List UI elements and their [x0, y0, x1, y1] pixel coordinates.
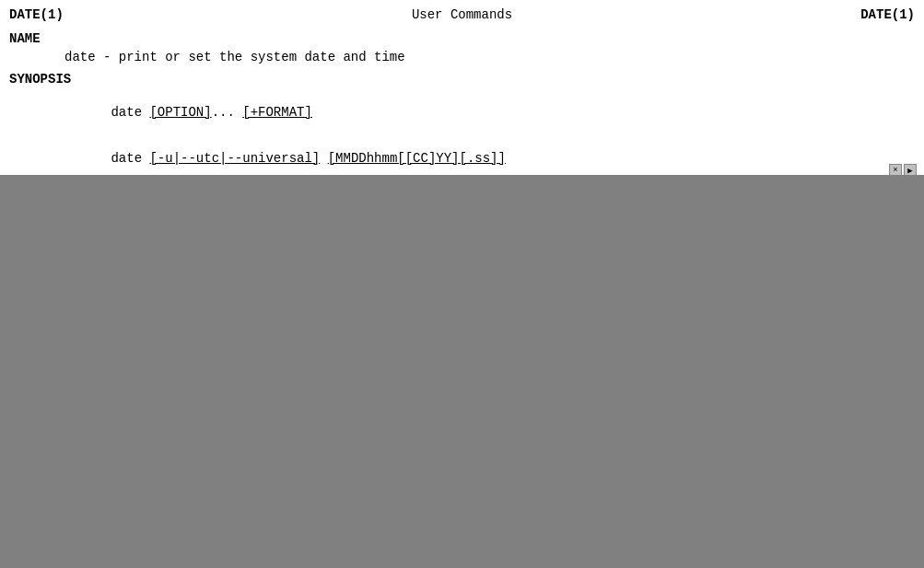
- synopsis-heading: SYNOPSIS: [9, 72, 915, 87]
- header-center: User Commands: [412, 7, 512, 22]
- synopsis-cmd2: date: [111, 151, 149, 166]
- white-section: DATE(1) User Commands DATE(1) NAME date …: [0, 0, 924, 203]
- header-right: DATE(1): [860, 7, 915, 22]
- synopsis-space2: [320, 151, 327, 166]
- gray-overlay: [0, 175, 924, 568]
- synopsis-cmd1: date: [111, 105, 149, 120]
- synopsis-line2: date [-u|--utc|--universal] [MMDDhhmm[[C…: [64, 136, 915, 180]
- synopsis-utc-opts: [-u|--utc|--universal]: [149, 151, 320, 166]
- synopsis-date-fmt: [MMDDhhmm[[CC]YY][.ss]]: [328, 151, 506, 166]
- synopsis-format: [+FORMAT]: [242, 105, 312, 120]
- synopsis-line1: date [OPTION]... [+FORMAT]: [64, 90, 915, 134]
- header-left: DATE(1): [9, 7, 64, 22]
- synopsis-ellipsis: ...: [212, 105, 243, 120]
- man-page-container: DATE(1) User Commands DATE(1) NAME date …: [0, 0, 924, 568]
- header-line: DATE(1) User Commands DATE(1): [9, 7, 915, 22]
- name-description: date - print or set the system date and …: [64, 50, 915, 64]
- name-heading: NAME: [9, 31, 915, 46]
- synopsis-option: [OPTION]: [149, 105, 211, 120]
